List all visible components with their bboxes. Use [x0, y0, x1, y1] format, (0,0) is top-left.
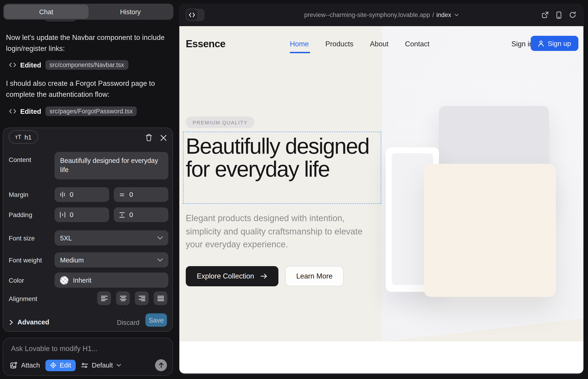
preview-toolbar-icons: [542, 4, 576, 26]
image-plus-icon: [10, 362, 17, 369]
selected-element-chip[interactable]: тT h1: [9, 130, 38, 144]
decorative-card-cream: [424, 164, 556, 297]
app-root: ·· Chat History Now let's update the Nav…: [0, 0, 588, 379]
chat-message: Now let's update the Navbar component to…: [6, 32, 170, 54]
padding-vertical-icon: [119, 212, 125, 218]
color-swatch: [60, 276, 68, 284]
tab-chat[interactable]: Chat: [4, 5, 88, 19]
user-icon: [538, 40, 544, 47]
font-size-label: Font size: [9, 235, 35, 242]
font-weight-select[interactable]: Medium: [55, 252, 168, 268]
chevron-down-icon: [454, 14, 458, 16]
edited-file-path[interactable]: src/components/Navbar.tsx: [46, 60, 128, 70]
margin-x-input[interactable]: 0: [55, 187, 109, 202]
padding-label: Padding: [9, 211, 32, 218]
margin-y-input[interactable]: 0: [114, 187, 168, 202]
arrow-up-icon: [158, 363, 164, 368]
font-size-select[interactable]: 5XL: [55, 230, 168, 245]
chat-history-tabs: Chat History: [3, 4, 173, 20]
external-link-icon: [542, 12, 549, 18]
edit-mode-button[interactable]: Edit: [46, 360, 76, 371]
align-right-button[interactable]: [135, 291, 149, 305]
composer-placeholder[interactable]: Ask Lovable to modify H1...: [11, 345, 97, 353]
margin-vertical-icon: [119, 191, 125, 198]
edited-file-row[interactable]: Edited src/components/Navbar.tsx: [9, 60, 128, 70]
url-page: index: [436, 12, 451, 18]
preview-frame: preview--charming-site-symphony.lovable.…: [179, 4, 584, 375]
chevron-right-icon: [10, 320, 13, 325]
explore-collection-button[interactable]: Explore Collection: [186, 266, 279, 286]
alignment-buttons: [97, 291, 167, 305]
align-justify-button[interactable]: [154, 291, 167, 305]
mobile-view-button[interactable]: [556, 11, 561, 19]
element-tag: h1: [25, 133, 32, 141]
font-weight-label: Font weight: [9, 256, 42, 264]
padding-horizontal-icon: [60, 211, 66, 218]
hero-paragraph: Elegant products designed with intention…: [186, 212, 371, 251]
hero-heading[interactable]: Beautifully designed for everyday life: [186, 135, 379, 181]
padding-x-input[interactable]: 0: [55, 207, 109, 222]
margin-horizontal-icon: [60, 191, 66, 198]
discard-button[interactable]: Discard: [117, 319, 139, 326]
refresh-icon: [569, 12, 576, 18]
learn-more-button[interactable]: Learn More: [285, 266, 343, 286]
chevron-down-icon: [157, 236, 163, 239]
nav-link-home[interactable]: Home: [290, 40, 309, 48]
code-icon: [9, 108, 16, 114]
target-icon: [50, 362, 56, 368]
edited-file-row[interactable]: Edited src/pages/ForgotPassword.tsx: [9, 107, 137, 116]
sign-in-link[interactable]: Sign in: [511, 40, 533, 48]
sign-up-button[interactable]: Sign up: [531, 36, 578, 51]
site-nav: Home Products About Contact: [290, 40, 430, 48]
content-label: Content: [9, 156, 31, 163]
nav-link-products[interactable]: Products: [325, 40, 353, 48]
arrow-right-icon: [261, 273, 267, 279]
smartphone-icon: [556, 11, 561, 19]
color-label: Color: [9, 277, 24, 284]
close-inspector-button[interactable]: [159, 133, 168, 142]
tab-history[interactable]: History: [88, 5, 172, 19]
advanced-toggle[interactable]: Advanced: [10, 318, 49, 326]
padding-y-input[interactable]: 0: [114, 207, 168, 222]
align-center-button[interactable]: [116, 291, 130, 305]
composer-toolbar: Attach Edit Default: [10, 359, 167, 371]
preview-url-bar[interactable]: preview--charming-site-symphony.lovable.…: [179, 4, 584, 26]
code-icon: [9, 62, 16, 68]
delete-element-button[interactable]: [144, 133, 153, 142]
send-button[interactable]: [155, 359, 167, 371]
refresh-button[interactable]: [569, 12, 576, 18]
site-page: Essence Home Products About Contact Sign…: [179, 26, 583, 374]
mode-select[interactable]: Default: [81, 362, 121, 369]
trash-icon: [145, 134, 152, 141]
typography-icon: тT: [15, 134, 21, 140]
save-button[interactable]: Save: [145, 313, 167, 327]
edited-file-path[interactable]: src/pages/ForgotPassword.tsx: [46, 107, 137, 116]
nav-link-about[interactable]: About: [370, 40, 388, 48]
chat-panel: ·· Chat History Now let's update the Nav…: [0, 0, 176, 379]
edited-label: Edited: [20, 61, 41, 69]
color-select[interactable]: Inherit: [55, 272, 168, 288]
alignment-label: Alignment: [9, 295, 37, 302]
chat-message: I should also create a Forgot Password p…: [6, 78, 170, 100]
attach-button[interactable]: Attach: [10, 362, 40, 369]
edited-label: Edited: [20, 107, 41, 115]
nav-link-contact[interactable]: Contact: [405, 40, 430, 48]
hero-cta-row: Explore Collection Learn More: [186, 266, 343, 286]
align-right-icon: [138, 295, 145, 301]
chevron-down-icon: [117, 364, 121, 367]
url-host: preview--charming-site-symphony.lovable.…: [304, 12, 430, 18]
open-external-button[interactable]: [542, 12, 549, 18]
close-icon: [160, 135, 166, 141]
site-logo[interactable]: Essence: [186, 38, 225, 50]
active-nav-underline: [290, 52, 310, 53]
margin-label: Margin: [9, 191, 29, 198]
chevron-down-icon: [157, 258, 163, 262]
align-center-icon: [120, 295, 126, 301]
premium-quality-badge: PREMIUM QUALITY: [186, 117, 255, 128]
content-input[interactable]: Beautifully designed for everyday life: [55, 152, 168, 179]
align-left-icon: [101, 295, 108, 301]
chat-composer[interactable]: Ask Lovable to modify H1... Attach Edit: [3, 338, 173, 376]
sliders-icon: [81, 362, 88, 368]
element-inspector-panel: тT h1 Content Beautifully designed for e…: [3, 127, 173, 332]
align-left-button[interactable]: [97, 291, 111, 305]
